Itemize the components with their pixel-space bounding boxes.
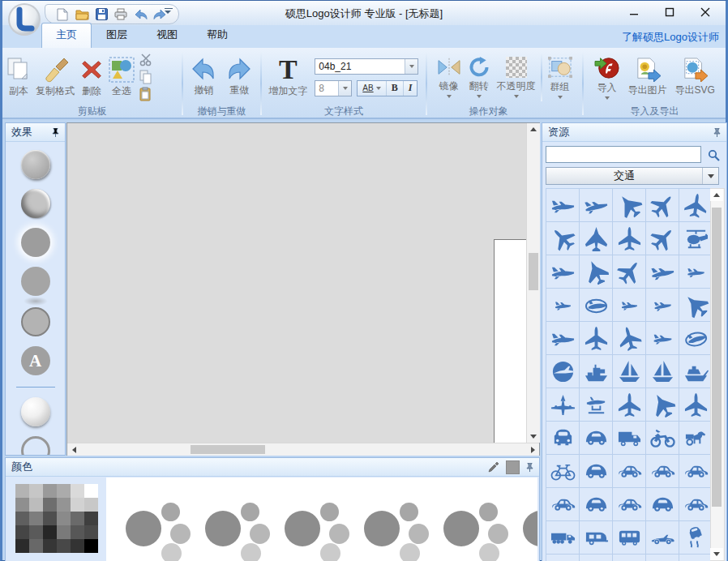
close-button[interactable] bbox=[693, 3, 717, 21]
font-size-dropdown-button[interactable] bbox=[338, 81, 351, 96]
resource-item[interactable] bbox=[613, 255, 645, 288]
opacity-button[interactable]: 不透明度 bbox=[495, 55, 538, 100]
effect-letter[interactable]: A bbox=[21, 346, 50, 375]
resource-item[interactable] bbox=[613, 355, 645, 388]
canvas-horizontal-scrollbar[interactable] bbox=[67, 443, 539, 456]
resource-item[interactable] bbox=[546, 289, 579, 321]
color-swatch[interactable] bbox=[57, 525, 71, 539]
color-swatch[interactable] bbox=[43, 484, 57, 498]
export-image-button[interactable]: 导出图片 bbox=[626, 56, 670, 99]
canvas-area[interactable] bbox=[66, 122, 540, 456]
horizontal-scroll-thumb[interactable] bbox=[191, 445, 265, 454]
resource-item[interactable] bbox=[546, 521, 579, 554]
resource-item[interactable] bbox=[679, 388, 712, 421]
color-swatch[interactable] bbox=[84, 484, 98, 498]
resource-item[interactable] bbox=[646, 422, 679, 454]
tab-layers[interactable]: 图层 bbox=[92, 23, 142, 48]
scroll-down-button[interactable] bbox=[710, 548, 723, 560]
font-size-combobox[interactable]: 8 bbox=[315, 80, 352, 96]
effect-ring[interactable] bbox=[21, 436, 50, 456]
resource-item[interactable] bbox=[613, 289, 645, 321]
resource-item[interactable] bbox=[580, 189, 612, 221]
resource-item[interactable] bbox=[580, 355, 612, 388]
italic-button[interactable]: I bbox=[404, 81, 418, 96]
effect-emboss[interactable] bbox=[21, 189, 50, 218]
color-swatch[interactable] bbox=[43, 512, 57, 525]
color-swatch[interactable] bbox=[57, 539, 71, 553]
resource-item[interactable] bbox=[580, 289, 612, 321]
gradient-style-preview[interactable] bbox=[205, 503, 273, 561]
gradient-style-preview[interactable] bbox=[285, 503, 353, 561]
scroll-up-button[interactable] bbox=[710, 189, 723, 201]
export-svg-button[interactable]: 导出SVG bbox=[673, 56, 717, 99]
import-button[interactable]: 导入 bbox=[592, 54, 623, 101]
resource-item[interactable] bbox=[679, 355, 712, 388]
canvas-vertical-scrollbar[interactable] bbox=[526, 123, 540, 443]
select-all-button[interactable]: 全选 bbox=[106, 55, 137, 100]
font-name-dropdown-button[interactable] bbox=[405, 59, 418, 74]
effect-bevel[interactable] bbox=[21, 150, 50, 179]
resource-search-input[interactable] bbox=[546, 146, 701, 163]
resource-item[interactable] bbox=[679, 322, 712, 354]
group-objects-button[interactable]: 群组 bbox=[545, 54, 576, 101]
resource-item[interactable] bbox=[646, 322, 679, 354]
scroll-up-button[interactable] bbox=[527, 123, 540, 135]
resource-item[interactable] bbox=[679, 521, 712, 554]
color-swatch[interactable] bbox=[29, 484, 43, 498]
resource-item[interactable] bbox=[646, 255, 679, 288]
color-swatch[interactable] bbox=[43, 525, 57, 539]
resource-item[interactable] bbox=[679, 488, 712, 520]
category-dropdown[interactable]: 交通 bbox=[546, 167, 719, 185]
resource-item[interactable] bbox=[646, 289, 679, 321]
document-page[interactable] bbox=[494, 239, 528, 443]
resource-item[interactable] bbox=[546, 189, 579, 221]
minimize-button[interactable] bbox=[622, 3, 646, 21]
resource-item[interactable] bbox=[679, 255, 712, 288]
color-swatch[interactable] bbox=[84, 525, 98, 539]
resource-item[interactable] bbox=[580, 488, 612, 520]
color-swatch[interactable] bbox=[29, 539, 43, 553]
tab-home[interactable]: 主页 bbox=[41, 23, 92, 48]
vertical-scroll-thumb[interactable] bbox=[712, 208, 722, 507]
resource-item[interactable] bbox=[546, 555, 579, 561]
resource-item[interactable] bbox=[580, 388, 612, 421]
color-swatch[interactable] bbox=[15, 525, 29, 539]
resource-item[interactable] bbox=[546, 455, 579, 487]
effect-sphere[interactable] bbox=[21, 397, 50, 426]
color-swatch[interactable] bbox=[71, 525, 84, 539]
color-swatch[interactable] bbox=[84, 498, 98, 512]
tab-help[interactable]: 帮助 bbox=[192, 23, 242, 48]
color-swatch[interactable] bbox=[84, 539, 98, 553]
resource-item[interactable] bbox=[546, 255, 579, 288]
color-swatch[interactable] bbox=[15, 539, 29, 553]
gradient-style-preview[interactable] bbox=[523, 503, 537, 561]
resource-item[interactable] bbox=[580, 222, 612, 255]
resource-item[interactable] bbox=[546, 222, 579, 255]
resource-item[interactable] bbox=[613, 555, 645, 561]
color-swatch[interactable] bbox=[15, 498, 29, 512]
font-name-combobox[interactable]: 04b_21 bbox=[315, 58, 418, 75]
resource-item[interactable] bbox=[580, 322, 612, 354]
color-swatch[interactable] bbox=[57, 512, 71, 525]
resource-item[interactable] bbox=[613, 388, 645, 421]
mirror-button[interactable]: 镜像 bbox=[435, 55, 464, 100]
resource-item[interactable] bbox=[580, 422, 612, 454]
resource-item[interactable] bbox=[613, 455, 645, 487]
tab-view[interactable]: 视图 bbox=[142, 23, 192, 48]
cut-button[interactable] bbox=[139, 53, 153, 67]
resource-item[interactable] bbox=[546, 388, 579, 421]
gradient-style-preview[interactable] bbox=[443, 503, 512, 561]
resource-item[interactable] bbox=[679, 422, 712, 454]
color-swatch[interactable] bbox=[84, 512, 98, 525]
resources-scrollbar[interactable] bbox=[710, 188, 725, 561]
add-text-button[interactable]: T 增加文字 bbox=[266, 55, 310, 100]
effect-reflect[interactable] bbox=[21, 267, 50, 296]
maximize-button[interactable] bbox=[657, 3, 682, 21]
duplicate-button[interactable]: 副本 bbox=[4, 55, 33, 100]
color-swatch[interactable] bbox=[43, 539, 57, 553]
resource-item[interactable] bbox=[613, 322, 645, 354]
color-swatch[interactable] bbox=[29, 498, 43, 512]
gradient-style-preview[interactable] bbox=[364, 503, 432, 561]
scroll-down-button[interactable] bbox=[527, 430, 540, 443]
resource-item[interactable] bbox=[580, 555, 612, 561]
